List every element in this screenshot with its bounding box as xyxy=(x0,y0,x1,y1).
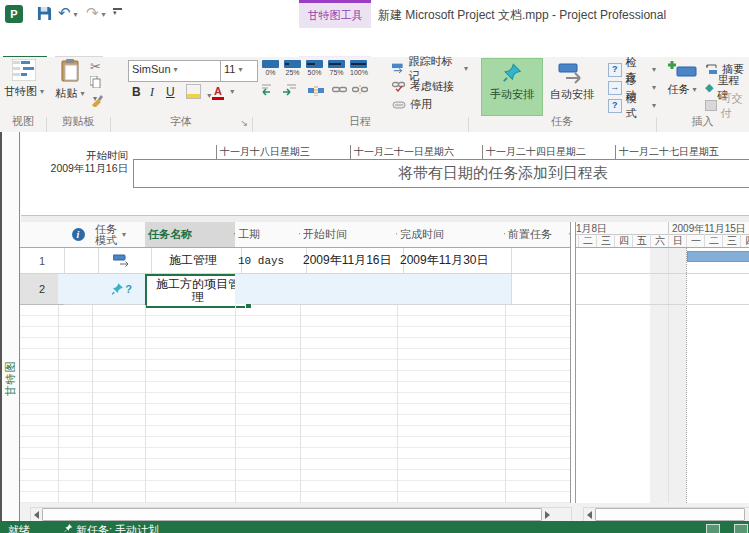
empty-rows-grid xyxy=(20,305,570,503)
highlight-color-button[interactable] xyxy=(186,84,211,102)
timeline-tick-label: 十一月二十七日星期五 xyxy=(615,145,719,159)
format-painter-icon xyxy=(90,94,103,107)
column-gridline xyxy=(92,305,93,503)
start-cell[interactable]: 2009年11月16日 xyxy=(300,248,404,273)
paste-label: 粘贴 xyxy=(54,86,86,101)
bold-button[interactable]: B xyxy=(132,85,141,99)
column-gridline xyxy=(58,305,59,503)
task-mode-cell[interactable] xyxy=(92,248,152,273)
ribbon: 甘特图 视图 粘贴 ✂ 剪贴板 SimSun 11 B I U xyxy=(0,57,749,133)
group-view: 甘特图 视图 xyxy=(0,57,46,132)
split-task-button[interactable] xyxy=(308,84,324,99)
scroll-left-arrow-icon[interactable] xyxy=(587,511,592,519)
cut-button[interactable]: ✂ xyxy=(90,59,101,74)
table-horizontal-scrollbar[interactable] xyxy=(30,507,572,522)
pct50-button[interactable]: 50% xyxy=(306,60,323,76)
day-header: 四 xyxy=(614,234,633,247)
indent-task-button[interactable] xyxy=(282,84,296,99)
predecessors-cell[interactable] xyxy=(505,248,577,273)
font-family-combo[interactable]: SimSun xyxy=(128,60,224,82)
scrollbar-thumb[interactable] xyxy=(595,508,745,521)
font-dialog-launcher-icon[interactable]: ↘ xyxy=(240,118,248,128)
scrollbar-thumb[interactable] xyxy=(42,508,542,521)
duration-cell[interactable]: 10 days xyxy=(235,248,307,273)
pct100-button[interactable]: 100% xyxy=(350,60,368,76)
scroll-left-arrow-icon[interactable] xyxy=(34,511,39,519)
column-gridline xyxy=(397,305,398,503)
pct75-button[interactable]: 75% xyxy=(328,60,345,76)
gantt-view-bar-label[interactable]: 甘特图 xyxy=(3,359,18,399)
redo-button[interactable]: ↷ xyxy=(86,4,106,22)
mark-on-track-button[interactable]: 跟踪时标记 xyxy=(392,61,468,76)
unlink-tasks-button[interactable] xyxy=(352,84,368,98)
auto-schedule-button[interactable]: 自动安排 xyxy=(544,58,600,114)
column-header-name[interactable]: 任务名称 xyxy=(145,222,242,247)
group-insert-label: 插入 xyxy=(656,114,749,129)
timeline-tick-label: 十一月十八日星期三 xyxy=(216,145,310,159)
save-icon[interactable] xyxy=(37,6,52,24)
inactivate-button[interactable]: 停用 xyxy=(392,97,432,112)
undo-button[interactable]: ↶ xyxy=(58,4,78,22)
insert-task-button[interactable]: 任务 xyxy=(663,59,701,97)
duration-cell[interactable] xyxy=(235,274,307,304)
column-header-duration[interactable]: 工期 xyxy=(235,222,307,247)
column-gridline xyxy=(505,305,506,503)
gantt-horizontal-scrollbar[interactable] xyxy=(583,507,749,522)
status-ready: 就绪 xyxy=(8,523,30,533)
pct75-icon xyxy=(328,60,345,68)
ribbon-tab-strip: 文件 任务 资源 报表 项目 视图 格式 xyxy=(0,28,749,57)
table-row-selected: 2 ? 施工方的项目管理 xyxy=(20,274,570,305)
group-schedule-label: 日程 xyxy=(252,114,468,129)
gantt-view-button[interactable]: 甘特图 xyxy=(4,59,44,99)
qat-customize-button[interactable]: ▾ xyxy=(113,8,122,16)
pct0-button[interactable]: 0% xyxy=(262,60,279,76)
view-shortcut-icon[interactable] xyxy=(706,524,720,533)
group-tasks: 手动安排 自动安排 ?检查 →移动 ?模式 任务 xyxy=(468,57,656,132)
split-task-icon xyxy=(308,84,324,96)
format-painter-button[interactable] xyxy=(90,94,103,110)
start-cell[interactable] xyxy=(300,274,404,304)
task-name-cell[interactable]: 施工管理 xyxy=(145,248,242,273)
italic-button[interactable]: I xyxy=(150,85,154,100)
day-header: 二 xyxy=(704,234,723,247)
timeline-tick-label: 十一月二十四日星期二 xyxy=(482,145,586,159)
font-color-button[interactable]: A xyxy=(212,84,234,100)
pct25-button[interactable]: 25% xyxy=(284,60,301,76)
font-color-icon: A xyxy=(212,85,224,100)
app-logo-icon[interactable]: P xyxy=(5,5,23,23)
paste-button[interactable]: 粘贴 xyxy=(54,59,86,101)
column-header-predecessors[interactable]: 前置任务 xyxy=(505,222,577,247)
underline-button[interactable]: U xyxy=(166,85,175,99)
finish-cell[interactable]: 2009年11月30日 xyxy=(397,248,512,273)
timeline-tick-label: 十一月二十一日星期六 xyxy=(350,145,454,159)
column-header-start[interactable]: 开始时间 xyxy=(300,222,404,247)
highlight-icon xyxy=(186,84,201,99)
link-tasks-button[interactable] xyxy=(332,84,347,98)
view-bar xyxy=(0,132,21,522)
task-mode-cell[interactable]: ? xyxy=(92,274,152,304)
column-header-finish[interactable]: 完成时间 xyxy=(397,222,512,247)
respect-links-button[interactable]: 考虑链接 xyxy=(392,79,454,94)
column-gridline xyxy=(235,305,236,503)
outdent-task-button[interactable] xyxy=(262,84,276,99)
table-header: i 任务模式 任务名称 工期 开始时间 完成时间 前置任务 xyxy=(20,222,570,247)
vertical-splitter[interactable] xyxy=(570,222,576,521)
column-header-mode[interactable]: 任务模式 xyxy=(92,222,152,247)
gantt-task-bar[interactable] xyxy=(687,251,749,262)
gantt-row-line xyxy=(574,304,749,305)
copy-icon xyxy=(90,76,101,88)
insert-deliverable-button[interactable]: 可交付 xyxy=(705,98,749,113)
timeline-pane[interactable]: 日程表 开始时间 2009年11月16日 十一月十八日星期三 十一月二十一日星期… xyxy=(0,132,749,215)
scroll-right-arrow-icon[interactable] xyxy=(545,511,550,519)
predecessors-cell[interactable] xyxy=(505,274,577,304)
status-new-tasks[interactable]: 新任务: 手动计划 xyxy=(76,523,159,533)
nonworking-divider xyxy=(668,248,669,503)
gantt-chart-area[interactable] xyxy=(574,248,749,503)
deliverable-icon xyxy=(705,100,717,111)
manually-schedule-label: 手动安排 xyxy=(482,87,542,102)
question-mark: ? xyxy=(125,283,132,295)
mode-button[interactable]: ?模式 xyxy=(608,98,656,113)
manually-schedule-button[interactable]: 手动安排 xyxy=(481,58,543,116)
view-shortcut-icon[interactable] xyxy=(734,524,748,533)
finish-cell[interactable] xyxy=(397,274,512,304)
